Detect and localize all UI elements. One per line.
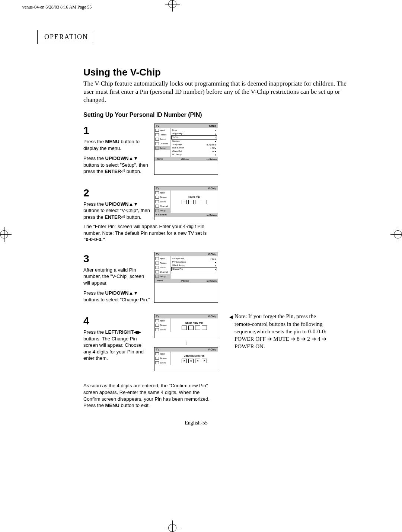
subtitle: Setting Up Your Personal ID Number (PIN) bbox=[83, 112, 355, 118]
osd-title-left: TV bbox=[156, 315, 159, 318]
step-4-number: 4 bbox=[83, 314, 150, 328]
note-sequence: POWER OFF ➔ MUTE ➔ 8 ➔ 2 ➔ 4 ➔ POWER ON. bbox=[234, 335, 328, 350]
step-4-text: 4 Press the LEFT/RIGHT◀▶ buttons. The Ch… bbox=[83, 314, 150, 371]
page-content: OPERATION Using the V-Chip The V-Chip fe… bbox=[37, 30, 361, 426]
pin-boxes bbox=[171, 200, 217, 204]
step-2: 2 Press the UP/DOWN▲▼ buttons to select … bbox=[83, 186, 355, 220]
updown-key: UP/DOWN bbox=[105, 156, 129, 161]
enter-key: ENTER bbox=[105, 169, 121, 174]
step-1: 1 Press the MENU button to display the m… bbox=[83, 124, 355, 175]
step-3-text: 3 After entering a valid Pin number, the… bbox=[83, 252, 150, 303]
crop-mark-bottom bbox=[168, 524, 176, 532]
menu-key: MENU bbox=[105, 403, 119, 408]
step-1-number: 1 bbox=[83, 124, 150, 138]
text: After entering a valid Pin number, the "… bbox=[83, 267, 150, 286]
text: Press the bbox=[83, 139, 105, 144]
osd-enter-new-pin-screen: TV V-Chip Input Picture Sound Enter New … bbox=[154, 314, 218, 338]
enter-icon: ⏎ bbox=[121, 169, 125, 174]
note-block: ◀ Note: If you forget the Pin, press the… bbox=[234, 313, 328, 350]
osd-title-left: TV bbox=[156, 125, 159, 127]
updown-key: UP/DOWN bbox=[105, 201, 129, 207]
step-4: 4 Press the LEFT/RIGHT◀▶ buttons. The Ch… bbox=[83, 314, 355, 371]
osd-main: Time▸ Plug&Play▸ V-Chip▸ Caption▸ Langua… bbox=[170, 128, 218, 157]
updown-key: UP/DOWN bbox=[105, 290, 129, 296]
enter-icon: ⏎ bbox=[121, 214, 125, 220]
intro-text: The V-Chip feature automatically locks o… bbox=[83, 80, 355, 104]
text: button. bbox=[125, 169, 141, 174]
main-content: Using the V-Chip The V-Chip feature auto… bbox=[83, 67, 355, 426]
osd-change-pin-stack: TV V-Chip Input Picture Sound Enter New … bbox=[154, 314, 218, 371]
osd-title-right: V-Chip bbox=[208, 253, 216, 256]
text: Press the bbox=[83, 201, 105, 207]
step-1-text: 1 Press the MENU button to display the m… bbox=[83, 124, 150, 175]
osd-title-left: TV bbox=[156, 187, 159, 190]
text: Press the bbox=[83, 156, 105, 161]
enter-pin-label: Enter Pin bbox=[188, 196, 200, 198]
text: Press the bbox=[83, 290, 105, 296]
default-pin: "0-0-0-0." bbox=[83, 237, 105, 242]
crop-mark-left bbox=[0, 230, 8, 238]
text: Press the bbox=[83, 329, 105, 335]
leftright-key: LEFT/RIGHT bbox=[105, 329, 134, 335]
enter-new-pin-label: Enter New Pin bbox=[185, 321, 203, 324]
osd-title-left: TV bbox=[156, 348, 159, 351]
print-header: venus-04-en 6/28/03 8:16 AM Page 55 bbox=[22, 4, 92, 10]
page-title: Using the V-Chip bbox=[83, 67, 355, 78]
section-label: OPERATION bbox=[37, 30, 95, 44]
osd-title-right: V-Chip bbox=[208, 348, 216, 351]
step-3-number: 3 bbox=[83, 252, 150, 266]
step-2-below: The "Enter Pin" screen will appear. Ente… bbox=[83, 223, 217, 243]
osd-enter-pin-screen: TV V-Chip Input Picture Sound Channel Se… bbox=[154, 186, 218, 220]
crop-mark-right bbox=[394, 230, 402, 238]
osd-confirm-new-pin-screen: TV V-Chip Input Picture Sound Confirm Ne… bbox=[154, 347, 218, 371]
osd-sidebar: Input Picture Sound Channel Setup bbox=[154, 190, 170, 213]
step-4-below: As soon as the 4 digits are entered, the… bbox=[83, 382, 217, 408]
note-arrow-icon: ◀ bbox=[229, 314, 233, 320]
osd-title-right: Setup bbox=[209, 125, 216, 127]
step-3: 3 After entering a valid Pin number, the… bbox=[83, 252, 355, 303]
osd-sidebar: Input Picture Sound Channel Setup bbox=[154, 256, 170, 279]
step-2-number: 2 bbox=[83, 186, 150, 200]
note-label: Note: bbox=[234, 313, 247, 319]
down-arrow-icon: ↓ bbox=[154, 340, 218, 346]
step-2-text: 2 Press the UP/DOWN▲▼ buttons to select … bbox=[83, 186, 150, 220]
text: Press the bbox=[83, 403, 105, 408]
note-text: If you forget the Pin, press the remote-… bbox=[234, 313, 326, 334]
crop-mark-top bbox=[168, 0, 176, 8]
page-number: English-55 bbox=[37, 420, 355, 426]
osd-setup-screen: TV Setup Input Picture Sound Channel Set… bbox=[154, 124, 218, 175]
osd-sidebar: Input Picture Sound Channel Setup bbox=[154, 128, 170, 157]
text: button. bbox=[125, 214, 141, 220]
osd-title-right: V-Chip bbox=[208, 315, 216, 318]
menu-key: MENU bbox=[105, 139, 119, 144]
enter-key: ENTER bbox=[105, 214, 121, 220]
text: button to exit. bbox=[119, 403, 150, 408]
osd-title-left: TV bbox=[156, 253, 159, 256]
osd-vchip-menu-screen: TV V-Chip Input Picture Sound Channel Se… bbox=[154, 252, 218, 303]
confirm-new-pin-label: Confirm New Pin bbox=[184, 355, 204, 357]
osd-title-right: V-Chip bbox=[208, 187, 216, 190]
